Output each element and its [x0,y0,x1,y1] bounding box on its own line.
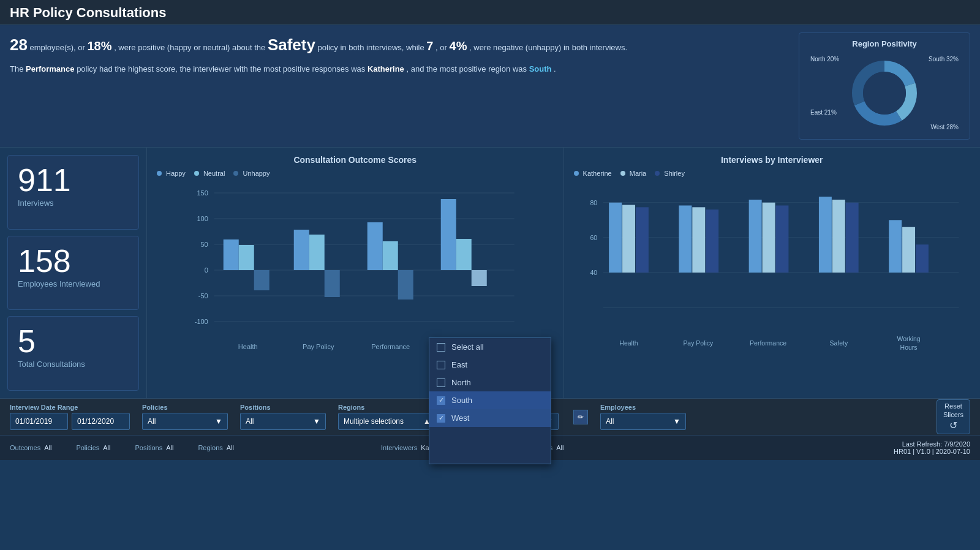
select-all-checkbox[interactable] [437,343,445,352]
pay-m-bar [692,207,705,273]
health-k-bar [609,203,622,273]
south-label-dd: South [451,396,472,405]
safety-k-bar-i [818,197,831,273]
katherine-legend: Katherine [574,170,612,177]
region-positivity-panel: Region Positivity North 20% South 32% Ea… [799,32,970,140]
health-unhappy-bar [254,270,270,290]
interviews-number: 911 [18,164,129,196]
outcomes-status: Outcomes All [10,444,51,451]
katherine-dot [574,171,579,176]
unhappy-dot [233,171,238,176]
shirley-dot [655,171,660,176]
interviewer-chart-panel: Interviews by Interviewer Katherine Mari… [564,148,981,398]
outcomes-key: Outcomes [10,444,40,451]
interviewers-edit-button[interactable]: ✏ [573,410,588,424]
dropdown-east[interactable]: East [429,356,551,374]
consultation-chart-area: 150 100 50 0 -50 -100 [157,181,554,364]
safety-happy-bar [441,199,456,270]
version-label: HR01 | V1.0 | 2020-07-10 [894,448,970,455]
regions-status: Regions All [198,444,234,451]
regions-select[interactable]: Multiple selections ▲ [338,413,436,430]
paypolicy-neutral-bar [309,235,325,270]
consultation-chart-legend: Happy Neutral Unhappy [157,170,554,177]
regions-group: Regions Multiple selections ▲ [338,404,436,430]
date-range-inputs [10,413,130,430]
policies-status-val: All [103,444,110,451]
regions-key: Regions [198,444,222,451]
date-start-input[interactable] [10,413,68,430]
north-label: North [451,378,471,387]
date-range-group: Interview Date Range [10,404,130,430]
consultations-label: Total Consultations [18,360,129,369]
employees-select[interactable]: All ▼ [600,413,686,430]
dropdown-west[interactable]: ✓ West [429,409,551,427]
select-all-label: Select all [451,342,484,352]
kpi-panel: 911 Interviews 158 Employees Interviewed… [0,148,147,398]
version-info: Last Refresh: 7/9/2020 HR01 | V1.0 | 202… [894,440,970,455]
summary-l2-p1: The [10,64,26,73]
maria-legend: Maria [620,170,647,177]
reset-icon: ↺ [949,420,957,431]
wh-k-bar [889,220,902,273]
happy-legend: Happy [157,170,186,177]
shirley-legend: Shirley [655,170,685,177]
policies-select[interactable]: All ▼ [142,413,228,430]
page-title: HR Policy Consultations [10,5,970,21]
neutral-dot [194,171,199,176]
summary-line1: 28 employee(s), or 18% , were positive (… [10,32,789,58]
paypolicy-happy-bar [294,230,309,270]
kpi-employees: 158 Employees Interviewed [7,236,139,311]
page-header: HR Policy Consultations [0,0,980,25]
svg-text:Performance: Performance [750,340,786,347]
svg-text:-50: -50 [198,292,208,299]
north-checkbox[interactable] [437,379,445,387]
edit-icon: ✏ [578,413,584,421]
positions-group: Positions All ▼ [240,404,326,430]
donut-chart [848,56,921,130]
svg-text:-100: -100 [195,318,208,325]
top-policy: Performance [26,64,74,73]
svg-text:Health: Health [619,340,638,347]
employees-number: 158 [18,245,129,277]
perf-m-bar [762,203,775,273]
safety-s-bar-i [845,203,858,273]
summary-banner: 28 employee(s), or 18% , were positive (… [0,25,980,148]
top-region: South [529,64,552,73]
south-checkbox[interactable]: ✓ [437,396,445,405]
policies-value: All [148,417,156,426]
summary-text: 28 employee(s), or 18% , were positive (… [10,32,789,140]
region-positivity-title: Region Positivity [808,39,961,48]
perf-s-bar [775,205,788,273]
svg-text:40: 40 [590,269,597,276]
positions-key: Positions [135,444,163,451]
neutral-legend: Neutral [194,170,225,177]
paypolicy-unhappy-bar [325,270,340,297]
positive-count: 28 [10,36,28,54]
policies-chevron: ▼ [215,417,222,426]
reset-slicers-button[interactable]: Reset Slicers ↺ [937,399,970,434]
negative-pct: 4% [450,39,467,53]
interviewer-chart-title: Interviews by Interviewer [574,155,971,165]
svg-text:Performance: Performance [371,343,410,350]
outcomes-val: All [44,444,51,451]
dropdown-south[interactable]: ✓ South [429,391,551,409]
dropdown-select-all[interactable]: Select all [429,338,551,356]
west-label: West 28% [931,124,959,130]
maria-dot [620,171,625,176]
policies-label: Policies [142,404,228,411]
date-end-input[interactable] [72,413,130,430]
positions-status-val: All [166,444,173,451]
svg-text:Safety: Safety [829,340,848,347]
health-neutral-bar [239,245,254,270]
svg-text:Pay Policy: Pay Policy [303,343,334,350]
regions-status-val: All [227,444,234,451]
east-checkbox[interactable] [437,361,445,369]
date-range-label: Interview Date Range [10,404,130,411]
positions-select[interactable]: All ▼ [240,413,326,430]
regions-dropdown[interactable]: Select all East North ✓ South ✓ West [429,337,551,464]
dropdown-north[interactable]: North [429,374,551,391]
west-checkbox[interactable]: ✓ [437,414,445,423]
kpi-interviews: 911 Interviews [7,155,139,230]
consultations-number: 5 [18,325,129,357]
south-label: South 32% [929,56,959,62]
